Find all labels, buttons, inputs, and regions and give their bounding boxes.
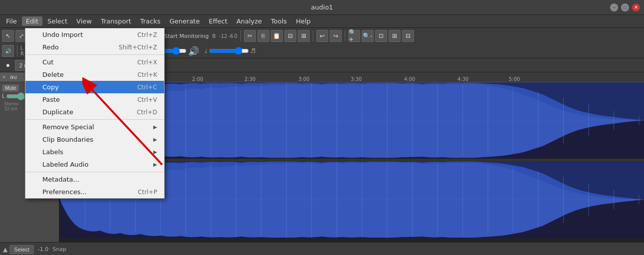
- menu-undo[interactable]: Undo Import Ctrl+Z: [25, 28, 164, 41]
- silence-btn[interactable]: ⊞: [298, 30, 310, 42]
- snap-label: Snap: [52, 246, 66, 253]
- toolbar-separator-7: [17, 45, 17, 56]
- menu-sep-1: [25, 54, 164, 55]
- window-title: audio1: [311, 3, 333, 11]
- track-name: au: [10, 74, 17, 80]
- edit-menu: Undo Import Ctrl+Z Redo Shift+Ctrl+Z Cut…: [25, 28, 165, 199]
- menu-bar: File Edit Select View Transport Tracks G…: [0, 15, 644, 28]
- pitch-slider[interactable]: [209, 47, 249, 55]
- ruler-mark-430: 4:30: [457, 76, 468, 82]
- tool-select-btn[interactable]: ↖: [2, 30, 14, 42]
- zoom-in-btn2[interactable]: 🔍+: [348, 30, 360, 42]
- menu-labeled-audio[interactable]: Labeled Audio ▶: [25, 158, 164, 171]
- cut-tool-btn[interactable]: ✂: [244, 30, 256, 42]
- menu-cut[interactable]: Cut Ctrl+X: [25, 56, 164, 68]
- menu-tracks[interactable]: Tracks: [136, 16, 165, 26]
- zoom-fit-btn[interactable]: ⊡: [375, 30, 387, 42]
- track-type: Stereo: [4, 101, 18, 106]
- ruler-mark-330: 3:30: [351, 76, 362, 82]
- menu-copy[interactable]: Copy Ctrl+C: [25, 81, 164, 93]
- speaker2-icon: 🔊: [188, 46, 199, 56]
- ruler-mark-230: 2:30: [244, 76, 255, 82]
- copy-tool-btn[interactable]: ⎘: [257, 30, 269, 42]
- zoom-sel-btn[interactable]: ⊞: [389, 30, 401, 42]
- menu-select[interactable]: Select: [43, 16, 71, 26]
- menu-transport[interactable]: Transport: [97, 16, 135, 26]
- menu-sep-2: [25, 119, 164, 120]
- ruler-mark-200: 2:00: [192, 76, 203, 82]
- menu-file[interactable]: File: [2, 16, 21, 26]
- menu-effect[interactable]: Effect: [205, 16, 231, 26]
- menu-clip-boundaries[interactable]: Clip Boundaries ▶: [25, 133, 164, 146]
- mute-button[interactable]: Mute: [2, 84, 19, 92]
- toolbar-separator-4: [240, 30, 241, 41]
- menu-tools[interactable]: Tools: [267, 16, 291, 26]
- menu-sep-3: [25, 172, 164, 172]
- labeled-audio-arrow: ▶: [153, 162, 157, 167]
- track-close-icon[interactable]: ✕: [2, 74, 8, 80]
- playback-meter-btn[interactable]: 🔊: [2, 45, 14, 57]
- remove-special-arrow: ▶: [153, 124, 157, 130]
- menu-redo[interactable]: Redo Shift+Ctrl+Z: [25, 41, 164, 53]
- select-button[interactable]: Select: [9, 245, 34, 254]
- labels-arrow: ▶: [153, 149, 157, 155]
- menu-generate[interactable]: Generate: [166, 16, 204, 26]
- ruler-mark-500: 5:00: [509, 76, 520, 82]
- menu-edit[interactable]: Edit: [22, 16, 42, 26]
- device-input-icon: ⏺: [3, 61, 12, 70]
- pitch-icon: ♩: [205, 47, 208, 54]
- menu-labels[interactable]: Labels ▶: [25, 146, 164, 158]
- menu-help[interactable]: Help: [292, 16, 315, 26]
- minimize-button[interactable]: –: [610, 3, 618, 11]
- arrow-up-icon: ▲: [3, 246, 7, 253]
- position-value: -1.0: [38, 246, 48, 253]
- bottom-bar: ▲ Select -1.0 Snap: [0, 242, 644, 255]
- ruler-mark-300: 3:00: [298, 76, 309, 82]
- ruler-mark-400: 4:00: [404, 76, 415, 82]
- track-bits: 32-bit: [4, 106, 17, 111]
- menu-analyze[interactable]: Analyze: [232, 16, 266, 26]
- edit-dropdown: Undo Import Ctrl+Z Redo Shift+Ctrl+Z Cut…: [25, 28, 165, 199]
- zoom-out-btn[interactable]: 🔍-: [362, 30, 374, 42]
- pitch2-icon: ♬: [250, 47, 256, 54]
- redo-btn[interactable]: ↪: [330, 30, 342, 42]
- bottom-select-area: ▲ Select: [3, 245, 34, 254]
- pitch-control: ♩ ♬: [205, 47, 255, 55]
- window-controls: – □ ✕: [610, 3, 640, 11]
- menu-duplicate[interactable]: Duplicate Ctrl+D: [25, 106, 164, 118]
- menu-preferences[interactable]: Preferences... Ctrl+P: [25, 186, 164, 198]
- gain-l-label: L: [2, 93, 5, 99]
- menu-paste[interactable]: Paste Ctrl+V: [25, 93, 164, 106]
- maximize-button[interactable]: □: [621, 3, 629, 11]
- menu-delete[interactable]: Delete Ctrl+K: [25, 68, 164, 81]
- undo-btn[interactable]: ↩: [316, 30, 328, 42]
- menu-view[interactable]: View: [72, 16, 96, 26]
- trim-btn[interactable]: ⊟: [284, 30, 296, 42]
- zoom-full-btn[interactable]: ⊟: [402, 30, 414, 42]
- title-bar: audio1 – □ ✕: [0, 0, 644, 15]
- toolbar-separator-5: [313, 30, 313, 41]
- close-button[interactable]: ✕: [632, 3, 640, 11]
- vu-right-levels: -12 -6 0: [219, 33, 237, 39]
- toolbar-separator-6: [345, 30, 345, 41]
- vu-db-label: B: [212, 33, 215, 39]
- clip-boundaries-arrow: ▶: [153, 137, 157, 142]
- vu-row2-label: LR: [20, 45, 24, 56]
- menu-remove-special[interactable]: Remove Special ▶: [25, 121, 164, 133]
- paste-tool-btn[interactable]: 📋: [271, 30, 283, 42]
- menu-metadata[interactable]: Metadata...: [25, 173, 164, 186]
